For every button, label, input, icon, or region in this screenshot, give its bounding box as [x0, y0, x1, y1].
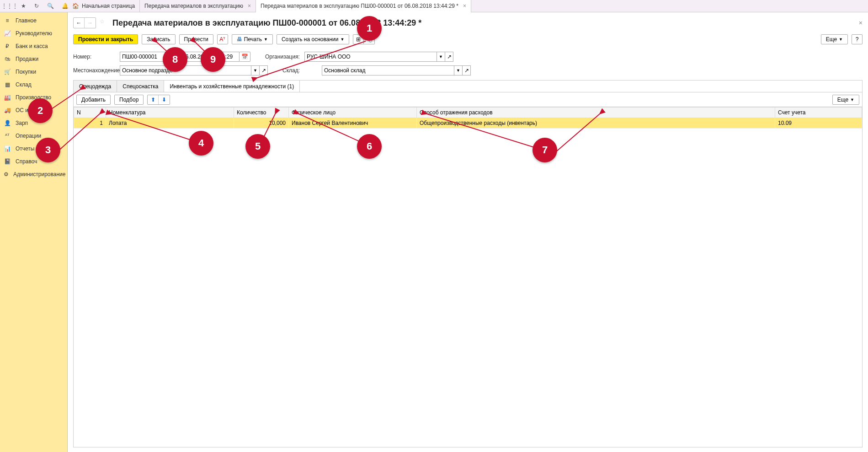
calendar-icon[interactable]: 📅	[240, 52, 250, 62]
sidebar-icon: 📈	[4, 30, 11, 37]
annotation-bubble: 4	[189, 131, 213, 156]
star-icon[interactable]: ★	[21, 3, 26, 9]
table: NНоменклатураКоличествоФизическое лицоСп…	[73, 107, 863, 447]
sidebar-label: Зарп	[16, 120, 28, 126]
window-tab[interactable]: Передача материалов в эксплуатацию×	[140, 0, 256, 12]
window-tab[interactable]: Передача материалов в эксплуатацию ПШ00-…	[256, 0, 471, 12]
table-more-label: Еще	[837, 97, 848, 103]
create-based-label: Создать на основании	[282, 36, 339, 43]
sub-tabs: СпецодеждаСпецоснасткаИнвентарь и хозяйс…	[73, 80, 863, 92]
cell-acct: 10.09	[775, 118, 862, 129]
save-button[interactable]: Записать	[142, 34, 175, 44]
post-button[interactable]: Провести	[179, 34, 213, 44]
annotation-bubble: 9	[201, 47, 225, 72]
move-buttons: ⬆ ⬇	[147, 95, 170, 105]
warehouse-select[interactable]: Основной склад	[322, 65, 454, 75]
warehouse-dropdown[interactable]: ▼	[454, 65, 463, 75]
sidebar-icon: 🚚	[4, 107, 11, 113]
number-label: Номер:	[73, 54, 117, 60]
tab-label: Передача материалов в эксплуатацию ПШ00-…	[261, 3, 458, 9]
sidebar-icon: 📊	[4, 145, 11, 152]
main-toolbar: Провести и закрыть Записать Провести Аᵀ …	[73, 33, 863, 45]
sidebar-label: Справоч	[16, 158, 37, 165]
org-dropdown[interactable]: ▼	[437, 52, 445, 62]
sidebar-item[interactable]: ▦Склад	[0, 78, 67, 91]
sidebar: ≡Главное📈Руководителю₽Банк и касса🛍Прода…	[0, 12, 68, 452]
location-select[interactable]: Основное подразде	[120, 65, 251, 75]
column-header[interactable]: Номенклатура	[106, 108, 234, 118]
sidebar-item[interactable]: ₽Банк и касса	[0, 40, 67, 53]
sidebar-icon: 🏭	[4, 94, 11, 101]
help-button[interactable]: ?	[852, 34, 863, 44]
table-more-button[interactable]: Еще▼	[832, 95, 859, 105]
org-select[interactable]: РУС-ШИНА ООО	[304, 52, 437, 62]
content-area: ← → ☆ Передача материалов в эксплуатацию…	[68, 12, 868, 452]
sidebar-label: Продажи	[16, 56, 38, 62]
print-button[interactable]: 🖶Печать▼	[232, 34, 273, 44]
apps-icon[interactable]: ⋮⋮⋮	[6, 3, 13, 9]
location-open-icon[interactable]: ↗	[260, 65, 268, 75]
bell-icon[interactable]: 🔔	[62, 3, 68, 9]
tab-close-icon[interactable]: ×	[248, 3, 251, 9]
sub-tab[interactable]: Инвентарь и хозяйственные принадлежности…	[164, 81, 300, 92]
sidebar-item[interactable]: ᴬᵀОперации	[0, 129, 67, 142]
sub-tab[interactable]: Спецоснастка	[117, 81, 164, 92]
sidebar-item[interactable]: 📈Руководителю	[0, 27, 67, 40]
cell-person: Иванов Сергей Валентинович	[289, 118, 417, 129]
cell-qty: 10,000	[234, 118, 289, 129]
forward-button[interactable]: →	[85, 18, 96, 28]
column-header[interactable]: Способ отражения расходов	[417, 108, 775, 118]
sidebar-icon: 📓	[4, 158, 11, 165]
sidebar-item[interactable]: 🛒Покупки	[0, 65, 67, 78]
column-header[interactable]: N	[74, 108, 106, 118]
window-tabs: 🏠Начальная страницаПередача материалов в…	[68, 0, 471, 12]
table-row[interactable]: 1 Лопата 10,000 Иванов Сергей Валентинов…	[74, 118, 862, 129]
sidebar-item[interactable]: ≡Главное	[0, 14, 67, 27]
column-header[interactable]: Количество	[234, 108, 289, 118]
back-button[interactable]: ←	[74, 18, 85, 28]
sidebar-label: Отчеты	[16, 145, 34, 152]
column-header[interactable]: Физическое лицо	[289, 108, 417, 118]
sidebar-icon: 🛒	[4, 69, 11, 75]
more-button[interactable]: Еще▼	[821, 34, 848, 44]
close-icon[interactable]: ×	[859, 19, 863, 27]
sidebar-label: Покупки	[16, 69, 36, 75]
location-dropdown[interactable]: ▼	[251, 65, 260, 75]
sidebar-icon: 🛍	[4, 56, 11, 62]
annotation-bubble: 6	[357, 134, 382, 159]
top-bar: ⋮⋮⋮ ★ ↻ 🔍 🔔 🏠Начальная страницаПередача …	[0, 0, 868, 12]
number-input[interactable]	[120, 52, 165, 62]
annotation-bubble: 7	[533, 138, 557, 162]
annotation-bubble: 8	[163, 47, 187, 72]
title-row: ← → ☆ Передача материалов в эксплуатацию…	[73, 15, 863, 31]
sidebar-label: Склад	[16, 81, 32, 88]
sidebar-label: ОС и	[16, 107, 28, 113]
sidebar-label: Банк и касса	[16, 43, 48, 49]
search-icon[interactable]: 🔍	[47, 3, 53, 9]
favorite-star-icon[interactable]: ☆	[100, 18, 109, 27]
home-icon: 🏠	[72, 3, 79, 9]
tab-close-icon[interactable]: ×	[463, 3, 466, 9]
sidebar-item[interactable]: 🛍Продажи	[0, 53, 67, 65]
window-tab[interactable]: 🏠Начальная страница	[68, 0, 140, 12]
column-header[interactable]: Счет учета	[775, 108, 862, 118]
sidebar-icon: ≡	[4, 17, 11, 24]
dt-kt-icon[interactable]: Аᵀ	[217, 34, 228, 44]
history-icon[interactable]: ↻	[34, 3, 39, 9]
sidebar-item[interactable]: ⚙Администрирование	[0, 168, 67, 181]
post-and-close-button[interactable]: Провести и закрыть	[73, 34, 138, 44]
add-button[interactable]: Добавить	[76, 95, 111, 105]
form-fields: Номер: от: 📅 Организация: РУС-ШИНА ООО ▼…	[73, 50, 863, 77]
location-label: Местонахождение:	[73, 67, 117, 74]
pick-button[interactable]: Подбор	[114, 95, 144, 105]
org-open-icon[interactable]: ↗	[445, 52, 453, 62]
sidebar-icon: ₽	[4, 43, 11, 49]
move-down-icon[interactable]: ⬇	[159, 95, 170, 104]
sub-tab[interactable]: Спецодежда	[74, 81, 117, 92]
create-based-button[interactable]: Создать на основании▼	[277, 34, 349, 44]
sidebar-label: Операции	[16, 133, 41, 139]
cell-method: Общепроизводственные расходы (инвентарь)	[417, 118, 775, 129]
table-toolbar: Добавить Подбор ⬆ ⬇ Еще▼	[73, 92, 863, 107]
warehouse-open-icon[interactable]: ↗	[463, 65, 471, 75]
move-up-icon[interactable]: ⬆	[148, 95, 159, 104]
